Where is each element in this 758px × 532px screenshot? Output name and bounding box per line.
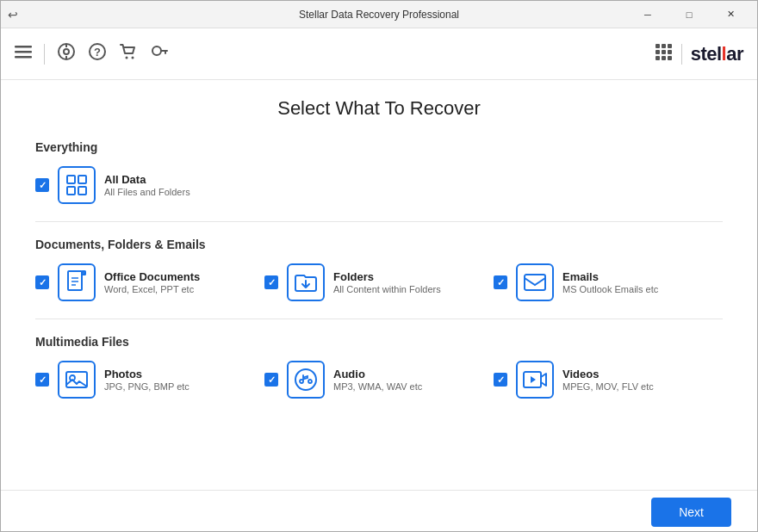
photos-text: Photos JPG, PNG, BMP etc (104, 368, 190, 392)
svg-rect-12 (655, 44, 660, 48)
section-documents: Documents, Folders & Emails ✓ (35, 238, 723, 301)
option-videos: ✓ Videos MPEG, MOV, FLV etc (494, 361, 723, 399)
svg-rect-2 (15, 56, 32, 59)
checkbox-all-data[interactable]: ✓ (35, 178, 49, 192)
folder-icon-box (287, 263, 325, 301)
videos-label: Videos (562, 368, 654, 380)
help-icon[interactable]: ? (88, 42, 107, 65)
footer: Next (1, 490, 757, 532)
all-data-text: All Data All Files and Folders (104, 173, 190, 197)
folders-label: Folders (333, 270, 441, 283)
check-icon: ✓ (39, 278, 47, 288)
videos-sublabel: MPEG, MOV, FLV etc (562, 381, 654, 392)
section-title-everything: Everything (35, 140, 723, 154)
checkbox-wrap-emails: ✓ (494, 275, 507, 289)
svg-rect-25 (68, 271, 82, 290)
menu-icon[interactable] (15, 43, 32, 65)
check-icon: ✓ (39, 375, 47, 385)
svg-rect-14 (668, 44, 672, 48)
divider-1 (35, 221, 723, 222)
svg-point-10 (132, 57, 134, 59)
folders-text: Folders All Content within Folders (333, 270, 441, 294)
option-folders: ✓ Folders All Content within Folders (264, 263, 494, 301)
window-title: Stellar Data Recovery Professional (299, 9, 459, 21)
office-sublabel: Word, Excel, PPT etc (104, 284, 200, 294)
key-icon[interactable] (150, 42, 169, 65)
checkbox-photos[interactable]: ✓ (35, 373, 49, 387)
checkbox-folders[interactable]: ✓ (264, 275, 278, 289)
audio-text: Audio MP3, WMA, WAV etc (333, 368, 422, 392)
section-title-multimedia: Multimedia Files (35, 335, 723, 349)
svg-point-11 (152, 46, 161, 55)
checkbox-wrap-folders: ✓ (264, 275, 278, 289)
minimize-button[interactable]: ─ (628, 1, 668, 28)
main-content: Select What To Recover Everything ✓ (1, 80, 757, 490)
options-row-everything: ✓ All Data All Files and Folders (35, 166, 723, 204)
checkbox-office[interactable]: ✓ (35, 275, 49, 289)
audio-label: Audio (333, 368, 422, 380)
svg-point-34 (308, 380, 312, 383)
option-emails: ✓ Emails MS Outlook Emails etc (494, 263, 723, 301)
options-row-multimedia: ✓ Photos JPG, PNG, BMP etc (35, 361, 723, 399)
svg-rect-23 (67, 187, 75, 195)
apps-grid-icon[interactable] (654, 42, 673, 65)
section-title-documents: Documents, Folders & Emails (35, 238, 723, 251)
next-button[interactable]: Next (651, 498, 731, 527)
emails-sublabel: MS Outlook Emails etc (562, 284, 658, 294)
stellar-logo: stellar (691, 43, 743, 65)
titlebar: ↩ Stellar Data Recovery Professional ─ □… (1, 1, 757, 28)
check-icon: ✓ (497, 278, 505, 288)
option-photos: ✓ Photos JPG, PNG, BMP etc (35, 361, 264, 399)
svg-rect-0 (15, 46, 32, 48)
checkbox-emails[interactable]: ✓ (494, 275, 507, 289)
svg-point-4 (64, 49, 69, 54)
section-everything: Everything ✓ All Data (35, 140, 723, 204)
all-data-sublabel: All Files and Folders (104, 187, 190, 197)
checkbox-audio[interactable]: ✓ (264, 373, 278, 387)
checkbox-wrap-all-data: ✓ (35, 178, 49, 192)
svg-rect-15 (655, 50, 660, 54)
checkbox-videos[interactable]: ✓ (494, 373, 507, 387)
email-icon-box (516, 263, 554, 301)
options-row-documents: ✓ Office Documents Word, Excel, P (35, 263, 723, 301)
svg-rect-33 (295, 369, 316, 390)
option-office-documents: ✓ Office Documents Word, Excel, P (35, 263, 264, 301)
checkbox-wrap-photos: ✓ (35, 373, 49, 387)
svg-rect-24 (78, 187, 86, 195)
svg-rect-1 (15, 51, 32, 53)
videos-text: Videos MPEG, MOV, FLV etc (562, 368, 654, 392)
history-icon[interactable] (57, 42, 76, 65)
emails-label: Emails (562, 270, 658, 283)
checkbox-wrap-office: ✓ (35, 275, 49, 289)
toolbar-divider (44, 44, 45, 65)
checkbox-wrap-audio: ✓ (264, 373, 278, 387)
all-data-icon-box (58, 166, 96, 204)
check-icon: ✓ (268, 278, 276, 288)
svg-rect-20 (668, 56, 672, 60)
svg-rect-18 (655, 56, 660, 60)
svg-rect-19 (662, 56, 666, 60)
audio-icon-box (287, 361, 325, 399)
close-button[interactable]: ✕ (711, 1, 750, 28)
audio-sublabel: MP3, WMA, WAV etc (333, 381, 422, 392)
undo-icon: ↩ (8, 8, 18, 22)
maximize-button[interactable]: □ (669, 1, 709, 28)
cart-icon[interactable] (119, 42, 138, 65)
svg-text:?: ? (94, 46, 101, 59)
videos-icon-box (516, 361, 554, 399)
toolbar: ? (1, 28, 757, 80)
svg-rect-30 (525, 275, 545, 290)
svg-rect-13 (662, 44, 666, 48)
check-icon: ✓ (39, 181, 47, 190)
photos-sublabel: JPG, PNG, BMP etc (104, 381, 190, 392)
photos-icon-box (58, 361, 96, 399)
toolbar-divider-2 (681, 44, 682, 65)
folders-sublabel: All Content within Folders (333, 284, 441, 294)
checkbox-wrap-videos: ✓ (494, 373, 507, 387)
check-icon: ✓ (268, 375, 276, 385)
divider-2 (35, 319, 723, 319)
svg-rect-22 (78, 176, 86, 183)
page-title: Select What To Recover (35, 97, 723, 120)
all-data-label: All Data (104, 173, 190, 186)
check-icon: ✓ (497, 375, 505, 385)
